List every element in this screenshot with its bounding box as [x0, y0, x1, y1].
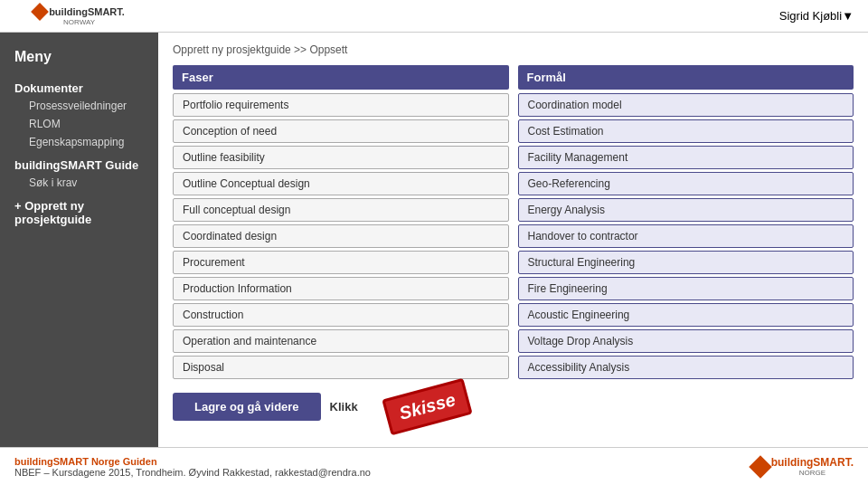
header-right: Sigrid Kjøbli ▼ — [158, 0, 868, 32]
formal-item-0[interactable]: Coordination model — [518, 93, 854, 117]
logo-area: buildingSMART. NORWAY — [0, 0, 158, 32]
faser-item-3[interactable]: Outline Conceptual design — [173, 172, 509, 195]
faser-item-4[interactable]: Full conceptual design — [173, 198, 509, 222]
faser-item-6[interactable]: Procurement — [173, 251, 509, 274]
formal-header: Formål — [518, 65, 854, 90]
footer: buildingSMART Norge Guiden NBEF – Kursda… — [0, 447, 868, 485]
formal-item-10[interactable]: Accessibility Analysis — [518, 356, 854, 379]
skisse-stamp: Skisse — [385, 388, 469, 425]
sidebar-group-guide: buildingSMART Guide — [0, 151, 158, 174]
faser-items: Portfolio requirements Conception of nee… — [173, 93, 509, 379]
sidebar: Meny Dokumenter Prosessveiledninger RLOM… — [0, 33, 158, 485]
footer-logo: buildingSMART. NORGE — [752, 456, 854, 477]
formal-item-3[interactable]: Geo-Referencing — [518, 172, 854, 195]
sidebar-item-prosessveiledninger[interactable]: Prosessveiledninger — [0, 97, 158, 115]
faser-item-9[interactable]: Operation and maintenance — [173, 329, 509, 353]
sidebar-item-egenskapsmapping[interactable]: Egenskapsmapping — [0, 133, 158, 151]
formal-item-9[interactable]: Voltage Drop Analysis — [518, 329, 854, 353]
logo-diamond-icon — [31, 3, 49, 21]
faser-header: Faser — [173, 65, 509, 90]
faser-item-1[interactable]: Conception of need — [173, 119, 509, 143]
formal-item-6[interactable]: Structural Engineering — [518, 251, 854, 274]
sidebar-item-søk-i-krav[interactable]: Søk i krav — [0, 174, 158, 192]
formal-item-8[interactable]: Acoustic Engineering — [518, 303, 854, 327]
faser-item-10[interactable]: Disposal — [173, 356, 509, 379]
formal-item-5[interactable]: Handover to contractor — [518, 224, 854, 248]
breadcrumb: Opprett ny prosjektguide >> Oppsett — [173, 40, 854, 56]
faser-item-2[interactable]: Outline feasibility — [173, 146, 509, 169]
footer-logo-norway: NORGE — [771, 469, 854, 477]
logo-text: buildingSMART. — [49, 6, 125, 17]
faser-item-5[interactable]: Coordinated design — [173, 224, 509, 248]
action-bar: Lagre og gå videre Klikk Skisse — [173, 388, 854, 425]
faser-item-7[interactable]: Production Information — [173, 277, 509, 300]
skisse-text: Skisse — [382, 378, 473, 436]
content-area: Opprett ny prosjektguide >> Oppsett Fase… — [158, 33, 868, 485]
formal-item-2[interactable]: Facility Management — [518, 146, 854, 169]
save-button[interactable]: Lagre og gå videre — [173, 393, 321, 421]
user-name: Sigrid Kjøbli — [779, 9, 842, 23]
formal-items: Coordination model Cost Estimation Facil… — [518, 93, 854, 379]
formal-item-1[interactable]: Cost Estimation — [518, 119, 854, 143]
footer-right: buildingSMART. NORGE — [752, 456, 854, 477]
footer-left: buildingSMART Norge Guiden NBEF – Kursda… — [14, 456, 371, 478]
user-dropdown-icon[interactable]: ▼ — [842, 9, 854, 23]
footer-brand: buildingSMART Norge Guiden — [14, 456, 157, 467]
formal-item-7[interactable]: Fire Engineering — [518, 277, 854, 300]
faser-item-0[interactable]: Portfolio requirements — [173, 93, 509, 117]
menu-title: Meny — [0, 42, 158, 76]
sidebar-action-opprett[interactable]: + Opprett ny prosjektguide — [0, 192, 158, 233]
logo-norway-label: NORWAY — [63, 18, 95, 26]
footer-logo-text: buildingSMART. — [771, 456, 854, 469]
footer-logo-diamond — [749, 455, 771, 478]
sidebar-item-rlom[interactable]: RLOM — [0, 115, 158, 133]
click-label: Klikk — [330, 400, 358, 414]
footer-description: NBEF – Kursdagene 2015, Trondheim. Øyvin… — [14, 467, 371, 478]
sidebar-section-dokumenter: Dokumenter — [0, 76, 158, 97]
faser-item-8[interactable]: Construction — [173, 303, 509, 327]
formal-item-4[interactable]: Energy Analysis — [518, 198, 854, 222]
